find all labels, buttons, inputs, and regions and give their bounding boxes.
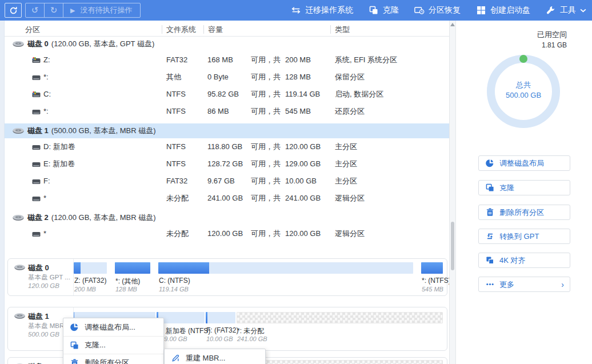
partition-type: 启动, 数据分区 <box>335 86 383 103</box>
partition-segment[interactable] <box>74 262 107 274</box>
menu-item-label: 删除所有分区... <box>85 358 135 364</box>
capacity-available: 0 Byte <box>207 69 249 86</box>
segment-used-fill <box>421 262 443 274</box>
partition-row[interactable]: E: 新加卷NTFS128.72 GB可用，共129.00 GB主分区 <box>5 155 449 173</box>
clone-icon <box>486 183 494 192</box>
convert-icon <box>486 232 494 241</box>
sidebar-button-4k-align[interactable]: 4K 对齐 <box>478 253 570 268</box>
sidebar-button-convert-to-gpt[interactable]: 转换到 GPT <box>478 229 570 244</box>
pie-icon <box>486 159 494 167</box>
partition-icon <box>32 144 41 150</box>
toolbar-action-partition-recovery[interactable]: 分区恢复 <box>414 5 461 15</box>
partition-segment[interactable] <box>115 262 150 274</box>
unallocated-segment[interactable] <box>237 312 443 323</box>
segment-size: 128 MB <box>115 286 137 293</box>
window-edge <box>0 21 5 364</box>
partition-row[interactable]: *未分配241.00 GB可用，共241.00 GB逻辑分区 <box>5 190 449 207</box>
partition-name: Z: <box>43 51 50 69</box>
partition-icon <box>32 231 41 237</box>
filesystem-value: 未分配 <box>166 225 189 242</box>
redo-button[interactable]: ↻ <box>45 3 63 17</box>
segment-size: 200 MB <box>74 286 96 293</box>
scrollbar[interactable] <box>449 21 456 364</box>
apply-operations-button[interactable]: ▶ 没有待执行操作 <box>63 3 140 17</box>
scrollbar-thumb[interactable] <box>451 222 454 270</box>
context-submenu: 重建 MBR... <box>164 349 266 364</box>
sidebar-button-more[interactable]: 更多› <box>478 277 570 292</box>
segment-label: *: 未分配 <box>237 326 264 336</box>
toolbar-action-clone[interactable]: 克隆 <box>369 5 399 15</box>
capacity-connector: 可用，共 <box>251 69 281 86</box>
sidebar-button-label: 删除所有分区 <box>499 207 544 218</box>
refresh-button[interactable] <box>5 3 22 18</box>
undo-button[interactable]: ↺ <box>26 3 45 17</box>
partition-row[interactable]: *:其他0 Byte可用，共128 MB保留分区 <box>5 69 449 86</box>
toolbar-action-label: 克隆 <box>383 5 399 15</box>
partition-segment[interactable] <box>206 312 235 323</box>
menu-item-adjust-disk-layout[interactable]: 调整磁盘布局... <box>63 318 163 336</box>
table-rows: 磁盘 0(120.00 GB, 基本盘, GPT 磁盘)Z:FAT32168 M… <box>5 37 449 242</box>
partition-row[interactable]: F:FAT329.67 GB可用，共10.00 GB主分区 <box>5 173 449 190</box>
disk-detail: (120.00 GB, 基本盘, GPT 磁盘) <box>51 39 154 48</box>
partition-name: *: <box>43 103 49 120</box>
disk-map-info: 磁盘 0基本盘 GPT ...120.00 GB <box>8 259 72 295</box>
used-space-label: 已用空间 <box>537 30 567 40</box>
chevron-down-icon <box>580 9 586 13</box>
segment-size: 10.00 GB <box>206 335 233 342</box>
disk-icon <box>12 127 25 134</box>
partition-icon <box>32 91 41 98</box>
partition-segment[interactable] <box>421 262 443 274</box>
trash-icon <box>486 208 494 217</box>
menu-item-delete-all-partitions[interactable]: 删除所有分区... <box>63 354 163 364</box>
column-divider <box>203 25 204 34</box>
capacity-available: 95.82 GB <box>207 86 249 103</box>
segment-label: C: (NTFS) <box>159 277 190 285</box>
capacity-available: 128.72 GB <box>207 155 249 173</box>
capacity-connector: 可用，共 <box>251 155 281 173</box>
segment-size: 241.00 GB <box>237 335 267 342</box>
create-boot-disk-icon <box>476 6 486 15</box>
partition-row[interactable]: C:NTFS95.82 GB可用，共119.14 GB启动, 数据分区 <box>5 86 449 103</box>
column-header-capacity: 容量 <box>208 23 223 36</box>
toolbar-action-tools[interactable]: 工具 <box>546 5 586 15</box>
sidebar-button-delete-all-partitions[interactable]: 删除所有分区 <box>478 205 570 220</box>
disk-map-size: 120.00 GB <box>28 282 59 289</box>
partition-row[interactable]: *未分配120.00 GB可用，共120.00 GB逻辑分区 <box>5 225 449 242</box>
disk-map-size: 500.00 GB <box>28 331 59 338</box>
scroll-up-arrow-icon[interactable] <box>450 23 455 26</box>
menu-item-clone[interactable]: 克隆... <box>63 336 163 354</box>
trash-icon <box>70 359 79 364</box>
capacity-connector: 可用，共 <box>251 173 281 190</box>
filesystem-value: NTFS <box>166 86 186 103</box>
sidebar-button-adjust-disk-layout[interactable]: 调整磁盘布局 <box>478 155 570 171</box>
disk-group-row[interactable]: 磁盘 0(120.00 GB, 基本盘, GPT 磁盘) <box>5 37 449 51</box>
disk-icon <box>14 264 26 271</box>
disk-detail: (120.00 GB, 基本盘, MBR 磁盘) <box>51 213 156 222</box>
disk-group-row[interactable]: 磁盘 2(120.00 GB, 基本盘, MBR 磁盘) <box>5 210 449 225</box>
segment-used-fill <box>206 312 207 323</box>
toolbar-action-migrate-os[interactable]: 迁移操作系统 <box>291 5 353 15</box>
capacity-available: 86 MB <box>207 103 249 120</box>
partition-name: *: <box>43 69 49 86</box>
chevron-right-icon: › <box>561 280 564 289</box>
partition-row[interactable]: *:NTFS86 MB可用，共545 MB还原分区 <box>5 103 449 120</box>
menu-item-label: 克隆... <box>85 340 106 350</box>
partition-row[interactable]: D: 新加卷NTFS118.80 GB可用，共120.00 GB主分区 <box>5 138 449 155</box>
pending-operations-label: 没有待执行操作 <box>80 5 132 15</box>
disk-usage-donut: 总共 500.00 GB <box>481 49 566 134</box>
donut-total-label: 总共 <box>481 80 566 90</box>
rebuild-mbr-icon <box>171 354 180 362</box>
toolbar-action-create-boot-disk[interactable]: 创建启动盘 <box>476 5 530 15</box>
disk-map-panel[interactable]: 磁盘 0基本盘 GPT ...120.00 GBZ: (FAT32)200 MB… <box>7 258 447 296</box>
disk-group-row[interactable]: 磁盘 1(500.00 GB, 基本盘, MBR 磁盘) <box>5 123 449 138</box>
capacity-available: 168 MB <box>207 51 249 69</box>
pie-icon <box>70 323 79 331</box>
sidebar-button-clone-disk[interactable]: 克隆 <box>478 180 570 195</box>
partition-row[interactable]: Z:FAT32168 MB可用，共200 MB系统, EFI 系统分区 <box>5 51 449 69</box>
partition-type: 保留分区 <box>335 69 365 86</box>
partition-segment[interactable] <box>158 262 413 274</box>
toolbar-action-label: 工具 <box>560 5 576 15</box>
table-header: 分区 文件系统 容量 类型 <box>5 23 449 37</box>
menu-item-rebuild-mbr[interactable]: 重建 MBR... <box>165 349 265 364</box>
capacity-connector: 可用，共 <box>251 225 281 242</box>
